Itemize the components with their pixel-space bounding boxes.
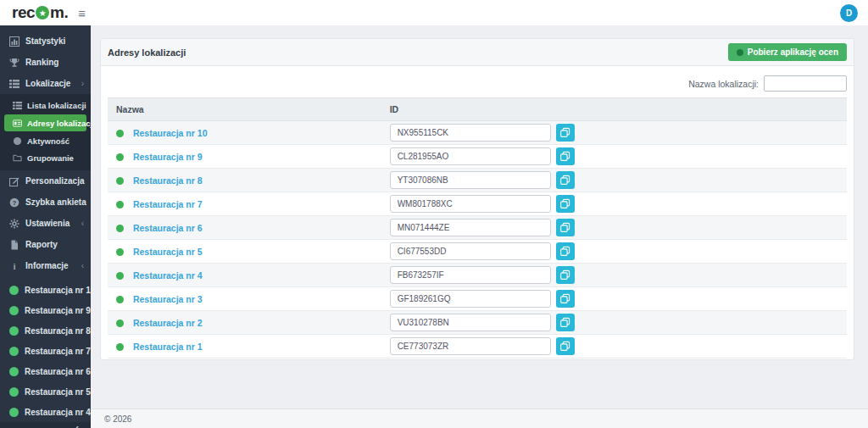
table-row: Restauracja nr 5 — [108, 240, 847, 264]
location-id-input[interactable] — [390, 314, 551, 331]
top-header: rec ★ m. ≡ D — [0, 0, 868, 25]
chevron-right-icon: › — [81, 79, 84, 88]
sidebar-item-personalizacja[interactable]: Personalizacja ‹ — [0, 170, 91, 192]
sidebar-restaurant-item[interactable]: Restauracja nr 8 — [0, 320, 91, 341]
status-dot-icon — [9, 326, 19, 336]
location-link[interactable]: Restauracja nr 3 — [133, 294, 203, 304]
sidebar-item-raporty[interactable]: Raporty — [0, 234, 91, 255]
sidebar-item-statystyki[interactable]: Statystyki — [0, 31, 91, 52]
status-dot-icon — [116, 130, 124, 137]
location-id-input[interactable] — [390, 266, 551, 284]
sidebar-restaurant-item[interactable]: Restauracja nr 6 — [0, 361, 91, 381]
collapse-chevron-icon: ‹ — [75, 422, 79, 428]
restaurant-label: Restauracja nr 8 — [25, 326, 91, 336]
location-link[interactable]: Restauracja nr 5 — [133, 247, 203, 257]
sidebar-item-label: Informacje — [25, 261, 69, 270]
list-icon — [8, 79, 19, 89]
status-dot-icon — [116, 320, 124, 327]
location-link[interactable]: Restauracja nr 9 — [133, 152, 203, 162]
main-area: Adresy lokalizacji Pobierz aplikację oce… — [91, 25, 868, 428]
download-button-label: Pobierz aplikację ocen — [748, 47, 838, 57]
location-id-input[interactable] — [390, 171, 551, 189]
location-name-filter-input[interactable] — [764, 75, 847, 92]
copy-button[interactable] — [556, 219, 575, 236]
logo-star-icon: ★ — [36, 6, 49, 19]
sidebar-restaurant-item[interactable]: Restauracja nr 5 — [0, 381, 91, 402]
filter-label: Nazwa lokalizacji: — [688, 79, 759, 89]
location-id-input[interactable] — [390, 195, 551, 213]
sidebar-item-informacje[interactable]: i Informacje ‹ — [0, 255, 91, 276]
copy-button[interactable] — [556, 242, 575, 260]
table-row: Restauracja nr 3 — [108, 287, 847, 311]
sidebar-restaurant-item[interactable]: Restauracja nr 9 — [0, 300, 91, 320]
sidebar-item-aktywnosc[interactable]: Aktywność — [0, 132, 91, 149]
sidebar-restaurant-item[interactable]: Restauracja nr 7 — [0, 341, 91, 361]
status-dot-icon — [116, 153, 124, 161]
sidebar-item-label: Ranking — [25, 58, 58, 67]
location-link[interactable]: Restauracja nr 6 — [133, 223, 203, 233]
sidebar-restaurant-item[interactable]: Restauracja nr 10 — [0, 280, 91, 300]
copyright-text: © 2026 — [104, 414, 131, 424]
sidebar-restaurant-item[interactable]: Restauracja nr 4 — [0, 402, 91, 422]
table-row: Restauracja nr 2 — [108, 311, 847, 335]
hamburger-menu-icon[interactable]: ≡ — [78, 7, 86, 19]
location-id-input[interactable] — [390, 124, 551, 142]
folder-icon — [12, 153, 22, 163]
copy-icon — [559, 151, 570, 162]
location-link[interactable]: Restauracja nr 4 — [133, 270, 203, 281]
sidebar-item-lokalizacje[interactable]: Lokalizacje › — [0, 73, 91, 94]
location-link[interactable]: Restauracja nr 1 — [133, 342, 203, 352]
copy-button[interactable] — [556, 337, 575, 355]
sidebar-item-lista-lokalizacji[interactable]: Lista lokalizacji — [0, 97, 91, 114]
copy-button[interactable] — [556, 124, 575, 142]
sidebar-collapse-bar[interactable]: ‹ — [0, 422, 91, 428]
sidebar-item-label: Lista lokalizacji — [27, 101, 86, 110]
edit-icon — [8, 176, 19, 186]
copy-button[interactable] — [556, 147, 575, 165]
address-card-icon — [12, 119, 22, 128]
sidebar-item-grupowanie[interactable]: Grupowanie — [0, 149, 91, 166]
bar-chart-icon — [8, 36, 19, 47]
page-title: Adresy lokalizacji — [108, 47, 186, 58]
location-link[interactable]: Restauracja nr 10 — [133, 128, 208, 138]
svg-text:?: ? — [12, 198, 16, 206]
circle-icon — [12, 136, 22, 146]
copy-button[interactable] — [556, 171, 575, 189]
copy-icon — [559, 127, 570, 138]
status-dot-icon — [9, 367, 19, 376]
location-link[interactable]: Restauracja nr 8 — [133, 175, 203, 186]
restaurant-label: Restauracja nr 10 — [25, 286, 91, 295]
card-header: Adresy lokalizacji Pobierz aplikację oce… — [101, 39, 854, 66]
sidebar-item-ustawienia[interactable]: Ustawienia ‹ — [0, 213, 91, 234]
sidebar-item-label: Adresy lokalizacji — [27, 119, 91, 128]
sidebar-item-adresy-lokalizacji[interactable]: Adresy lokalizacji — [4, 114, 86, 131]
footer: © 2026 — [91, 409, 868, 428]
status-dot-icon — [116, 201, 124, 208]
copy-button[interactable] — [556, 314, 575, 331]
status-dot-icon — [116, 343, 124, 351]
user-avatar[interactable]: D — [840, 4, 858, 22]
location-id-input[interactable] — [390, 290, 551, 308]
filter-row: Nazwa lokalizacji: — [101, 66, 854, 97]
location-id-input[interactable] — [390, 337, 551, 355]
copy-button[interactable] — [556, 290, 575, 308]
location-id-input[interactable] — [390, 242, 551, 260]
app-logo: rec ★ m. — [12, 3, 68, 22]
trophy-icon — [8, 58, 19, 68]
logo-text-post: m. — [50, 3, 68, 22]
status-dot-icon — [9, 347, 19, 356]
sidebar-item-label: Ustawienia — [25, 219, 70, 228]
location-link[interactable]: Restauracja nr 7 — [133, 199, 203, 209]
copy-icon — [559, 198, 570, 209]
copy-button[interactable] — [556, 195, 575, 213]
sidebar-item-ranking[interactable]: Ranking — [0, 52, 91, 73]
location-id-input[interactable] — [390, 219, 551, 236]
sidebar-item-szybka-ankieta[interactable]: ? Szybka ankieta ‹ — [0, 192, 91, 213]
location-link[interactable]: Restauracja nr 2 — [133, 318, 203, 328]
lokalizacje-submenu: Lista lokalizacji Adresy lokalizacji Akt… — [0, 94, 91, 170]
status-dot-icon — [116, 248, 124, 256]
copy-button[interactable] — [556, 266, 575, 284]
location-id-input[interactable] — [390, 147, 551, 165]
download-ratings-app-button[interactable]: Pobierz aplikację ocen — [728, 43, 847, 61]
list-icon — [12, 101, 22, 110]
